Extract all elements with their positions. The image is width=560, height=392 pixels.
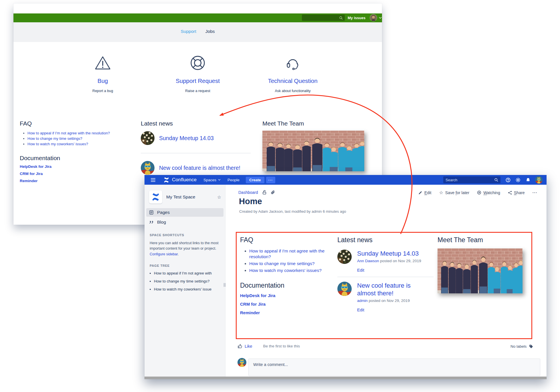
- comment-input[interactable]: Write a comment...: [248, 359, 540, 376]
- search-icon: [494, 178, 498, 182]
- page-tree-item[interactable]: How to watch my coworkers' issue: [154, 287, 225, 291]
- portal-user-avatar[interactable]: [370, 14, 377, 21]
- doc-link-crm[interactable]: CRM for Jira: [20, 172, 134, 176]
- request-type-subtitle: Report a bug: [92, 89, 113, 93]
- comment-user-avatar: [238, 358, 246, 367]
- faq-link[interactable]: How to watch my coworkers' issues?: [27, 142, 88, 146]
- my-issues-link[interactable]: My issues: [348, 13, 365, 22]
- confluence-search-input[interactable]: [446, 178, 494, 182]
- request-type-title[interactable]: Bug: [98, 77, 108, 84]
- meet-the-team-heading: Meet The Team: [438, 236, 532, 244]
- page-icon: [149, 210, 154, 215]
- space-name: My Test Space: [166, 194, 217, 200]
- nav-more-button[interactable]: ···: [266, 177, 275, 183]
- faq-item: How to appeal if I'm not agree with the …: [27, 131, 134, 135]
- faq-link[interactable]: How to appeal if I'm not agree with the …: [27, 131, 110, 135]
- news-edit-link[interactable]: Edit: [357, 308, 364, 312]
- warning-triangle-icon: [94, 55, 111, 71]
- confluence-user-avatar[interactable]: [535, 176, 543, 184]
- news-item: New cool feature is almost there!: [141, 161, 253, 175]
- faq-link[interactable]: How to change my time settings?: [27, 136, 82, 141]
- share-button[interactable]: Share: [508, 190, 525, 195]
- news-author-link[interactable]: Ann Dawson: [357, 259, 379, 263]
- sidebar-item-label: Blog: [157, 220, 166, 225]
- nav-spaces[interactable]: Spaces: [203, 178, 221, 182]
- space-shortcuts-text: Here you can add shortcut links to the m…: [150, 240, 221, 257]
- doc-link-crm[interactable]: CRM for Jira: [240, 302, 330, 307]
- doc-link-reminder[interactable]: Reminder: [20, 179, 134, 183]
- sidebar-resize-handle[interactable]: [224, 283, 225, 287]
- request-type-bug[interactable]: Bug Report a bug: [55, 55, 150, 93]
- doc-link-reminder[interactable]: Reminder: [240, 310, 330, 315]
- doc-link-helpdesk[interactable]: HelpDesk for Jira: [20, 164, 134, 169]
- news-title-link[interactable]: Sunday Meetup 14.03: [159, 135, 214, 142]
- create-button[interactable]: Create: [246, 177, 264, 183]
- space-logo-icon[interactable]: [149, 190, 162, 204]
- team-photo: [262, 131, 364, 171]
- help-icon[interactable]: [506, 178, 510, 182]
- gear-icon[interactable]: [516, 178, 521, 182]
- labels-text: No labels: [510, 344, 527, 349]
- configure-sidebar-link[interactable]: Configure sidebar: [150, 252, 178, 256]
- comment-placeholder: Write a comment...: [253, 362, 288, 367]
- page-tree-item[interactable]: How to change my time settings?: [154, 279, 225, 283]
- space-shortcuts-label: SPACE SHORTCUTS: [150, 233, 225, 237]
- nav-spaces-label: Spaces: [203, 178, 216, 182]
- save-for-later-button[interactable]: ☆ Save for later: [439, 190, 469, 195]
- faq-link[interactable]: How to watch my coworkers' issues?: [249, 268, 322, 273]
- news-posted-date: posted on Nov 29, 2019: [368, 299, 410, 303]
- confluence-window: Confluence Spaces People Create ··· My T…: [145, 175, 547, 379]
- request-type-title[interactable]: Technical Question: [268, 77, 317, 84]
- bell-icon[interactable]: [526, 178, 531, 182]
- star-icon[interactable]: ☆: [217, 194, 221, 200]
- page-byline: Created by Adam Jackson, last modified b…: [239, 209, 346, 214]
- faq-link[interactable]: How to appeal if I'm not agree with the …: [249, 248, 324, 259]
- shortcuts-description: Here you can add shortcut links to the m…: [150, 241, 218, 250]
- page-toolbar: Edit ☆ Save for later Watching Share ···: [418, 190, 537, 195]
- sidebar-item-label: Pages: [157, 210, 170, 215]
- watching-button[interactable]: Watching: [477, 190, 500, 195]
- breadcrumb-dashboard-link[interactable]: Dashboard: [238, 190, 258, 195]
- request-type-technical-question[interactable]: Technical Question Ask about functionali…: [245, 55, 340, 93]
- latest-news-heading: Latest news: [141, 120, 253, 127]
- confluence-logo-icon[interactable]: [163, 177, 169, 183]
- confluence-nav-bar: Confluence Spaces People Create ···: [145, 175, 547, 185]
- news-title-link[interactable]: Sunday Meetup 14.03: [357, 250, 427, 258]
- headset-icon: [285, 55, 300, 71]
- news-title-link[interactable]: New cool feature is almost there!: [357, 282, 427, 297]
- news-title-link[interactable]: New cool feature is almost there!: [159, 165, 240, 171]
- tab-jobs[interactable]: Jobs: [205, 29, 215, 42]
- portal-faq-section: FAQ How to appeal if I'm not agree with …: [20, 120, 134, 183]
- hamburger-menu-icon[interactable]: [151, 178, 155, 182]
- faq-item: How to watch my coworkers' issues?: [27, 142, 134, 146]
- search-icon: [339, 16, 343, 20]
- like-button[interactable]: Like: [245, 344, 252, 349]
- news-avatar-cat: [141, 161, 155, 175]
- request-type-title[interactable]: Support Request: [176, 77, 220, 84]
- page-tree-item[interactable]: How to appeal if I'm not agree with: [154, 271, 225, 275]
- confluence-app-name[interactable]: Confluence: [172, 177, 197, 183]
- tab-support[interactable]: Support: [181, 29, 196, 42]
- documentation-heading: Documentation: [240, 282, 330, 289]
- doc-link-helpdesk[interactable]: HelpDesk for Jira: [240, 293, 330, 298]
- news-author-link[interactable]: admin: [357, 299, 368, 303]
- thumbs-up-icon[interactable]: [238, 344, 242, 349]
- faq-link[interactable]: How to change my time settings?: [249, 261, 314, 266]
- edit-button[interactable]: Edit: [418, 190, 431, 195]
- portal-search-input[interactable]: [304, 16, 339, 20]
- sidebar-item-blog[interactable]: Blog: [146, 218, 223, 226]
- unlock-icon[interactable]: [262, 190, 267, 195]
- nav-people[interactable]: People: [227, 178, 240, 182]
- request-type-support-request[interactable]: Support Request Raise a request: [150, 55, 245, 93]
- news-edit-link[interactable]: Edit: [357, 268, 364, 272]
- chevron-down-icon[interactable]: [379, 17, 382, 19]
- sidebar-item-pages[interactable]: Pages: [146, 208, 223, 217]
- page-more-button[interactable]: ···: [533, 190, 537, 195]
- labels-area[interactable]: No labels: [510, 344, 533, 349]
- confluence-search-box[interactable]: [443, 176, 500, 183]
- faq-item: How to change my time settings?: [27, 136, 134, 141]
- paperclip-icon[interactable]: [271, 190, 275, 194]
- documentation-heading: Documentation: [20, 155, 134, 162]
- portal-search-box[interactable]: [302, 15, 345, 21]
- page-title: Home: [239, 197, 262, 206]
